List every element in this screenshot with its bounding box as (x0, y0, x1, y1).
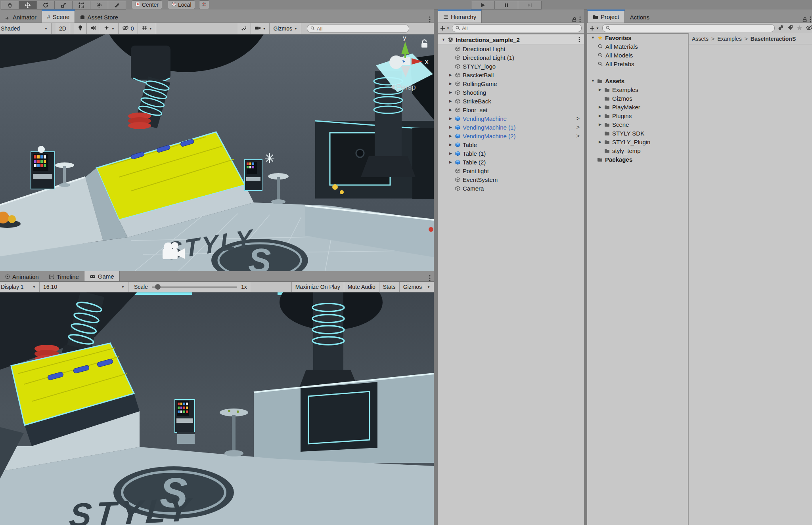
tab-project[interactable]: Project (587, 10, 625, 23)
favorites-star-icon[interactable] (797, 25, 802, 32)
maximize-on-play-button[interactable]: Maximize On Play (291, 282, 344, 292)
packages-root[interactable]: Packages (587, 155, 688, 164)
tab-animation[interactable]: Animation (0, 272, 44, 281)
hierarchy-item[interactable]: ▶VendingMachine> (438, 114, 584, 123)
hand-tool-button[interactable] (1, 1, 19, 10)
hierarchy-item[interactable]: ▶Shooting (438, 88, 584, 97)
project-folder-item[interactable]: ▶Examples (587, 85, 688, 94)
scene-viewport[interactable]: S STYLY (0, 34, 434, 271)
persp-toggle[interactable]: Persp (391, 83, 416, 92)
mute-audio-button[interactable]: Mute Audio (344, 282, 379, 292)
project-folder-item[interactable]: STYLY SDK (587, 129, 688, 137)
gizmo-y-label[interactable]: y (403, 34, 406, 42)
hierarchy-item[interactable]: ▶VendingMachine (1)> (438, 123, 584, 132)
hierarchy-item[interactable]: STYLY_logo (438, 62, 584, 71)
hierarchy-item[interactable]: ▶StrikeBack (438, 97, 584, 105)
tab-game[interactable]: Game (84, 270, 120, 281)
favorites-all-models[interactable]: All Models (587, 51, 688, 59)
prefab-open-chevron-icon[interactable]: > (576, 133, 580, 139)
draw-mode-dropdown[interactable]: Shaded▼ (0, 23, 52, 34)
prefab-open-chevron-icon[interactable]: > (576, 115, 580, 122)
breadcrumb-current[interactable]: BaseInteractionS (751, 36, 796, 42)
hierarchy-item[interactable]: ▶Table (1) (438, 149, 584, 158)
scene-audio-toggle[interactable] (87, 23, 100, 34)
tab-scene[interactable]: # Scene (42, 10, 75, 23)
project-folder-item[interactable]: ▶Plugins (587, 111, 688, 120)
scene-effects-toggle[interactable]: ▼ (100, 23, 119, 34)
hierarchy-item[interactable]: ▶BascketBall (438, 71, 584, 79)
assets-root[interactable]: ▼ Assets (587, 76, 688, 85)
project-folder-item[interactable]: ▶Scene (587, 120, 688, 129)
play-button[interactable] (471, 1, 495, 10)
component-tools-button[interactable] (237, 23, 251, 34)
hierarchy-item[interactable]: ▶VendingMachine (2)> (438, 132, 584, 140)
hierarchy-item[interactable]: Directional Light (438, 44, 584, 53)
scene-camera-dropdown[interactable]: ▼ (251, 23, 270, 34)
project-folder-item[interactable]: ▶PlayMaker (587, 103, 688, 111)
project-folder-item[interactable]: styly_temp (587, 146, 688, 155)
hierarchy-lock-icon[interactable] (572, 17, 577, 23)
tab-animator[interactable]: Animator (0, 11, 42, 23)
transform-tool-button[interactable] (90, 1, 108, 10)
gizmo-x-label[interactable]: x (425, 58, 429, 65)
snap-settings-button[interactable] (199, 0, 209, 9)
prefab-open-chevron-icon[interactable]: > (576, 124, 580, 130)
hierarchy-item[interactable]: Directional Light (1) (438, 53, 584, 62)
scene-lighting-toggle[interactable] (74, 23, 87, 34)
project-add-button[interactable]: ▼ (590, 26, 599, 31)
tab-hierarchy[interactable]: Hierarchy (438, 10, 482, 23)
step-button[interactable] (518, 1, 542, 10)
scene-grid-toggle[interactable]: ▼ (138, 23, 156, 34)
tab-timeline[interactable]: Timeline (44, 272, 84, 281)
hierarchy-search-input[interactable]: All (452, 24, 582, 32)
project-menu-icon[interactable] (810, 16, 811, 23)
project-folder-item[interactable]: ▶STYLY_Plugin (587, 137, 688, 146)
hierarchy-menu-icon[interactable] (579, 16, 581, 23)
project-folder-item[interactable]: Gizmos (587, 94, 688, 103)
display-dropdown[interactable]: Display 1▼ (0, 282, 40, 292)
breadcrumb-assets[interactable]: Assets (692, 36, 709, 42)
scene-search-input[interactable]: All (307, 25, 409, 32)
hierarchy-item[interactable]: EventSystem (438, 175, 584, 184)
2d-toggle-button[interactable]: 2D (56, 23, 70, 34)
game-panel-menu-icon[interactable] (429, 275, 431, 281)
scene-visibility-toggle[interactable]: 0 (119, 23, 138, 34)
favorites-all-materials[interactable]: All Materials (587, 42, 688, 51)
hierarchy-item[interactable]: ▶Table (2) (438, 158, 584, 166)
hidden-packages-icon[interactable] (806, 25, 812, 32)
stats-button[interactable]: Stats (379, 282, 400, 292)
rotation-mode-button[interactable]: Local (168, 0, 195, 9)
scene-root-menu-icon[interactable] (578, 37, 580, 42)
hierarchy-item[interactable]: ▶RollingGame (438, 79, 584, 88)
hierarchy-item[interactable]: Point light (438, 166, 584, 175)
move-tool-button[interactable] (19, 1, 37, 10)
hierarchy-scene-root[interactable]: ▼ Interactions_sample_2 (438, 35, 584, 44)
project-lock-icon[interactable] (802, 17, 807, 23)
scale-slider[interactable] (152, 286, 237, 288)
gizmos-dropdown[interactable]: Gizmos ▼ (270, 23, 301, 34)
hierarchy-item[interactable]: ▶Table (438, 140, 584, 149)
scale-slider-knob[interactable] (155, 284, 161, 290)
rect-tool-button[interactable] (73, 1, 90, 10)
rotate-tool-button[interactable] (37, 1, 55, 10)
tab-asset-store[interactable]: Asset Store (75, 11, 123, 23)
aspect-ratio-dropdown[interactable]: 16:10▼ (40, 282, 128, 292)
project-search-input[interactable] (602, 24, 775, 32)
hierarchy-add-button[interactable]: ▼ (440, 26, 450, 31)
game-viewport[interactable]: S STYLY (0, 292, 434, 525)
breadcrumb-examples[interactable]: Examples (717, 36, 741, 42)
scene-panel-menu-icon[interactable] (429, 16, 431, 23)
search-by-label-icon[interactable] (787, 25, 793, 32)
project-splitter[interactable] (688, 33, 689, 525)
scale-tool-button[interactable] (55, 1, 73, 10)
favorites-all-prefabs[interactable]: All Prefabs (587, 59, 688, 68)
game-gizmos-dropdown[interactable]: Gizmos▼ (400, 282, 434, 292)
hierarchy-item[interactable]: ▶Floor_set (438, 105, 584, 114)
pivot-mode-button[interactable]: Center (132, 0, 162, 9)
search-by-type-icon[interactable] (778, 25, 784, 32)
hierarchy-item[interactable]: Camera (438, 184, 584, 193)
tab-actions[interactable]: Actions (625, 11, 655, 23)
favorites-root[interactable]: ▼ Favorites (587, 33, 688, 42)
pause-button[interactable] (495, 1, 518, 10)
custom-tool-button[interactable] (108, 1, 126, 10)
